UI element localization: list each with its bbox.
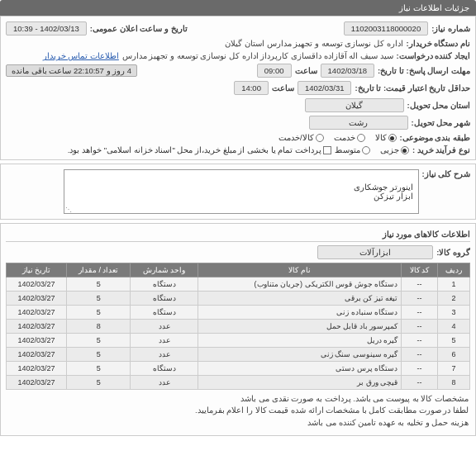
cell-code: -- (402, 348, 438, 362)
table-row: 8--قیچی ورق برعدد51402/03/27 (7, 376, 470, 390)
cell-name: دستگاه جوش قوس الکتریکی (جریان متناوب) (198, 277, 402, 292)
cell-unit: عدد (131, 348, 198, 362)
purchase-type-group: جزیی متوسط (335, 145, 409, 154)
radio-icon (401, 146, 409, 154)
cell-qty: 5 (66, 277, 131, 292)
cell-date: 1402/03/27 (7, 348, 67, 362)
cell-code: -- (402, 306, 438, 320)
price-time-label: ساعت (272, 83, 294, 92)
cell-qty: 5 (66, 306, 131, 320)
class-opt-goods[interactable]: کالا (375, 133, 397, 142)
info-section: شماره نیاز: 1102003118000020 تاریخ و ساع… (0, 16, 476, 160)
table-row: 5--گیره دریلعدد51402/03/27 (7, 334, 470, 348)
col-qty: تعداد / مقدار (66, 263, 131, 277)
classification-label: طبقه بندی موضوعی: (400, 133, 470, 142)
radio-icon (362, 146, 370, 154)
cell-code: -- (402, 362, 438, 376)
cell-qty: 5 (66, 362, 131, 376)
buyer-label: نام دستگاه خریدار: (407, 39, 470, 48)
cell-code: -- (402, 320, 438, 334)
goods-group-value: ابزارآلات (317, 245, 433, 259)
items-table: ردیف کد کالا نام کالا واحد شمارش تعداد /… (6, 263, 470, 390)
cell-name: قیچی ورق بر (198, 376, 402, 390)
cell-unit: دستگاه (131, 306, 198, 320)
city-value: رشت (309, 116, 408, 130)
desc-label: شرح کلی نیاز: (422, 169, 470, 178)
cell-idx: 1 (437, 277, 469, 292)
notes-block: مشخصات کالا به پیوست می باشد. پرداخت به … (6, 390, 470, 432)
city-label: شهر محل تحویل: (412, 118, 470, 127)
announce-label: تاریخ و ساعت اعلان عمومی: (90, 24, 188, 33)
cell-idx: 2 (437, 292, 469, 306)
cell-name: تیغه تیز کن برقی (198, 292, 402, 306)
page-title: جزئیات اطلاعات نیاز (399, 3, 469, 12)
cell-unit: عدد (131, 376, 198, 390)
reply-deadline-label: مهلت ارسال پاسخ: تا تاریخ: (378, 66, 470, 75)
cell-code: -- (402, 334, 438, 348)
col-date: تاریخ نیاز (7, 263, 67, 277)
cell-unit: دستگاه (131, 292, 198, 306)
col-idx: ردیف (437, 263, 469, 277)
table-header-row: ردیف کد کالا نام کالا واحد شمارش تعداد /… (7, 263, 470, 277)
cell-name: گیره سینوسی سنگ زنی (198, 348, 402, 362)
radio-icon (316, 134, 324, 142)
table-row: 3--دستگاه سنباده زنیدستگاه51402/03/27 (7, 306, 470, 320)
radio-icon (388, 134, 397, 142)
cell-unit: عدد (131, 320, 198, 334)
remaining-time: 4 روز و 22:10:57 ساعت باقی مانده (6, 64, 137, 77)
class-opt-service[interactable]: خدمت (334, 133, 365, 142)
cell-date: 1402/03/27 (7, 277, 67, 292)
reply-deadline-date: 1402/03/18 (321, 64, 375, 78)
cell-name: گیره دریل (198, 334, 402, 348)
cell-qty: 5 (66, 348, 131, 362)
cell-idx: 8 (437, 376, 469, 390)
checkbox-icon (323, 146, 331, 154)
note-line-3: هزینه حمل و تخلیه به عهده تامین کننده می… (7, 417, 469, 429)
cell-date: 1402/03/27 (7, 320, 67, 334)
cell-name: دستگاه پرس دستی (198, 362, 402, 376)
reply-time-label: ساعت (295, 66, 317, 75)
items-section-title: اطلاعات کالاهای مورد نیاز (6, 227, 470, 242)
cell-code: -- (402, 376, 438, 390)
need-no-label: شماره نیاز: (431, 24, 470, 33)
note-line-2: لطفا در صورت مطابقت کامل با مشخصات ارائه… (7, 405, 469, 416)
col-code: کد کالا (402, 263, 438, 277)
cell-qty: 8 (66, 320, 131, 334)
table-row: 4--کمپرسور باد قابل حملعدد81402/03/27 (7, 320, 470, 334)
cell-name: دستگاه سنباده زنی (198, 306, 402, 320)
table-row: 7--دستگاه پرس دستیدستگاه51402/03/27 (7, 362, 470, 376)
cell-qty: 5 (66, 292, 131, 306)
buyer-value: اداره کل نوسازی توسعه و تجهیز مدارس استا… (225, 39, 402, 48)
purchase-type-label: نوع فرآیند خرید : (412, 145, 470, 154)
need-no-value: 1102003118000020 (344, 21, 429, 36)
table-row: 6--گیره سینوسی سنگ زنیعدد51402/03/27 (7, 348, 470, 362)
province-value: گیلان (305, 98, 404, 112)
price-validity-label: حداقل تاریخ اعتبار قیمت: تا تاریخ: (355, 83, 470, 92)
cell-date: 1402/03/27 (7, 334, 67, 348)
radio-icon (357, 134, 365, 142)
cell-idx: 7 (437, 362, 469, 376)
cell-unit: دستگاه (131, 277, 198, 292)
goods-group-label: گروه کالا: (436, 248, 470, 257)
class-opt-both[interactable]: کالا/خدمت (278, 133, 324, 142)
treasury-checkbox[interactable]: پرداخت تمام یا بخشی از مبلغ خرید،از محل … (68, 145, 331, 154)
cell-unit: دستگاه (131, 362, 198, 376)
cell-code: -- (402, 277, 438, 292)
page-header: جزئیات اطلاعات نیاز (0, 0, 476, 16)
contact-link[interactable]: اطلاعات تماس خریدار (43, 51, 119, 60)
note-line-1: مشخصات کالا به پیوست می باشد. پرداخت به … (7, 393, 469, 405)
cell-date: 1402/03/27 (7, 376, 67, 390)
items-section: اطلاعات کالاهای مورد نیاز گروه کالا:ابزا… (0, 223, 476, 436)
classification-group: کالا خدمت کالا/خدمت (278, 133, 397, 142)
purchase-opt-minor[interactable]: جزیی (380, 145, 409, 154)
desc-textarea[interactable]: اینورتر جوشکاری ابزار تیزکن ⋰ (64, 169, 419, 214)
col-name: نام کالا (198, 263, 402, 277)
table-row: 1--دستگاه جوش قوس الکتریکی (جریان متناوب… (7, 277, 470, 292)
description-section: شرح کلی نیاز: اینورتر جوشکاری ابزار تیزک… (0, 164, 476, 220)
cell-idx: 5 (437, 334, 469, 348)
purchase-opt-medium[interactable]: متوسط (335, 145, 370, 154)
reply-deadline-time: 09:00 (257, 64, 292, 78)
cell-idx: 6 (437, 348, 469, 362)
province-label: استان محل تحویل: (407, 101, 470, 110)
cell-unit: عدد (131, 334, 198, 348)
